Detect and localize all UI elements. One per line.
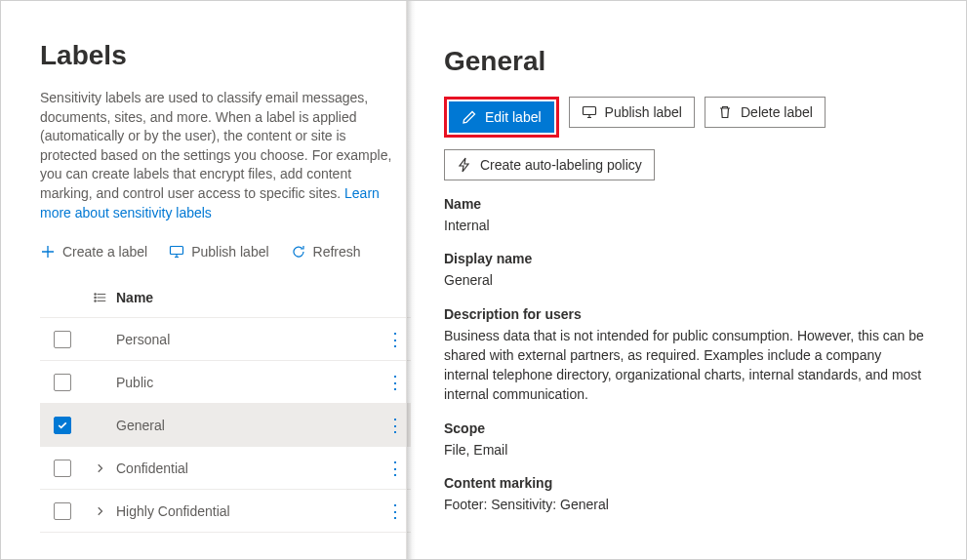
table-row[interactable]: General⋮ bbox=[40, 404, 411, 447]
field-scope: Scope File, Email bbox=[444, 420, 927, 460]
row-name: Confidential bbox=[116, 460, 380, 476]
intro-text: Sensitivity labels are used to classify … bbox=[40, 89, 411, 222]
table-row[interactable]: Public⋮ bbox=[40, 361, 411, 404]
row-name: Highly Confidential bbox=[116, 503, 380, 519]
list-icon bbox=[85, 291, 116, 304]
row-name: Public bbox=[116, 375, 380, 390]
field-content-marking: Content marking Footer: Sensitivity: Gen… bbox=[444, 475, 927, 514]
publish-label-button[interactable]: Publish label bbox=[169, 244, 268, 260]
svg-point-3 bbox=[95, 300, 96, 300]
vertical-dots-icon: ⋮ bbox=[386, 374, 404, 391]
row-name: Personal bbox=[116, 332, 380, 347]
vertical-dots-icon: ⋮ bbox=[386, 460, 404, 477]
page-title: Labels bbox=[40, 40, 411, 71]
intro-body: Sensitivity labels are used to classify … bbox=[40, 90, 391, 201]
row-name: General bbox=[116, 418, 380, 433]
row-checkbox[interactable] bbox=[54, 460, 71, 477]
field-marking-value: Footer: Sensitivity: General bbox=[444, 495, 927, 514]
chevron-right-icon bbox=[95, 505, 106, 517]
expand-icon[interactable] bbox=[85, 505, 116, 517]
field-desc-label: Description for users bbox=[444, 306, 927, 322]
svg-point-2 bbox=[95, 297, 96, 298]
detail-action-row-2: Create auto-labeling policy bbox=[444, 149, 927, 180]
refresh-button[interactable]: Refresh bbox=[291, 244, 361, 260]
field-name-value: Internal bbox=[444, 216, 927, 235]
field-name-label: Name bbox=[444, 196, 927, 212]
trash-icon bbox=[717, 104, 733, 120]
create-auto-labeling-button[interactable]: Create auto-labeling policy bbox=[444, 149, 655, 180]
field-display-value: General bbox=[444, 270, 927, 290]
svg-rect-0 bbox=[171, 247, 183, 255]
table-header: Name bbox=[40, 277, 411, 318]
delete-label-button[interactable]: Delete label bbox=[705, 97, 826, 128]
field-desc-value: Business data that is not intended for p… bbox=[444, 326, 927, 405]
row-checkbox[interactable] bbox=[54, 417, 71, 434]
labels-list-panel: Labels Sensitivity labels are used to cl… bbox=[1, 1, 411, 559]
monitor-icon bbox=[169, 244, 184, 260]
svg-point-1 bbox=[95, 293, 96, 294]
field-display-label: Display name bbox=[444, 251, 927, 266]
svg-rect-4 bbox=[583, 107, 595, 115]
refresh-icon bbox=[291, 244, 306, 260]
row-checkbox[interactable] bbox=[54, 374, 71, 391]
field-scope-value: File, Email bbox=[444, 440, 927, 460]
table-row[interactable]: Highly Confidential⋮ bbox=[40, 490, 411, 533]
edit-label-button[interactable]: Edit label bbox=[449, 101, 554, 133]
bolt-icon bbox=[457, 157, 472, 173]
field-marking-label: Content marking bbox=[444, 475, 927, 491]
monitor-icon bbox=[582, 104, 597, 120]
table-row[interactable]: Personal⋮ bbox=[40, 318, 411, 361]
vertical-dots-icon: ⋮ bbox=[386, 331, 404, 348]
publish-label-detail-button[interactable]: Publish label bbox=[569, 97, 695, 128]
field-description: Description for users Business data that… bbox=[444, 306, 927, 405]
create-label-button[interactable]: Create a label bbox=[40, 244, 147, 260]
expand-icon[interactable] bbox=[85, 462, 116, 474]
detail-title: General bbox=[444, 46, 927, 77]
row-checkbox[interactable] bbox=[54, 502, 71, 520]
label-detail-panel: General Edit label Publish label Delete … bbox=[421, 1, 966, 559]
detail-action-row-1: Edit label Publish label Delete label bbox=[444, 97, 927, 138]
vertical-dots-icon: ⋮ bbox=[386, 502, 404, 520]
plus-icon bbox=[40, 244, 56, 260]
edit-label-highlight: Edit label bbox=[444, 97, 559, 138]
labels-table: Name Personal⋮Public⋮General⋮Confidentia… bbox=[40, 277, 411, 533]
field-scope-label: Scope bbox=[444, 420, 927, 436]
row-checkbox[interactable] bbox=[54, 331, 71, 348]
table-row[interactable]: Confidential⋮ bbox=[40, 447, 411, 490]
pencil-icon bbox=[462, 109, 477, 125]
field-display-name: Display name General bbox=[444, 251, 927, 290]
labels-toolbar: Create a label Publish label Refresh bbox=[40, 244, 411, 260]
chevron-right-icon bbox=[95, 462, 106, 474]
column-header-name[interactable]: Name bbox=[116, 290, 411, 305]
panel-divider bbox=[406, 1, 420, 559]
vertical-dots-icon: ⋮ bbox=[386, 417, 404, 434]
field-name: Name Internal bbox=[444, 196, 927, 235]
